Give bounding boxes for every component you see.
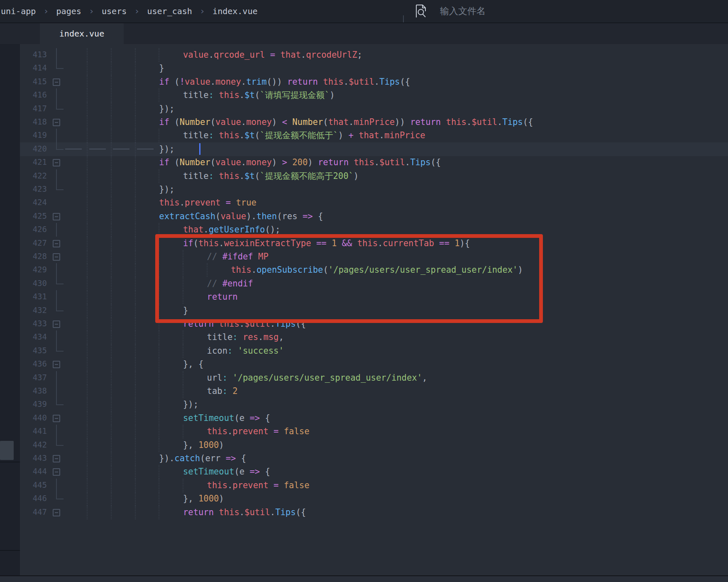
breadcrumb-item[interactable]: index.vue: [213, 6, 257, 16]
scrollbar-thumb[interactable]: [0, 441, 14, 460]
fold-collapse-icon[interactable]: [53, 455, 60, 462]
indent-guide: [159, 438, 159, 452]
code-text: if (Number(value.money) < Number(that.mi…: [159, 116, 533, 129]
fold-guide-line: [56, 290, 57, 304]
indent-guide: [135, 61, 136, 75]
code-line-418[interactable]: 418if (Number(value.money) < Number(that…: [0, 115, 728, 129]
fold-collapse-icon[interactable]: [53, 240, 60, 247]
tab-label: index.vue: [59, 29, 104, 39]
code-line-438[interactable]: 438tab: 2: [0, 384, 728, 398]
code-line-440[interactable]: 440setTimeout(e => {: [0, 411, 728, 425]
fold-guide-line: [56, 492, 57, 499]
code-line-424[interactable]: 424this.prevent = true: [0, 196, 728, 210]
code-line-421[interactable]: 421if (Number(value.money) > 200) return…: [0, 156, 728, 169]
fold-end-tick: [56, 109, 64, 110]
indent-guide: [87, 479, 88, 492]
indent-guide: [135, 277, 136, 291]
indent-guide: [159, 129, 159, 142]
indent-guide: [135, 142, 136, 156]
code-line-423[interactable]: 423});: [0, 183, 728, 196]
code-line-422[interactable]: 422title: this.$t(`提现金额不能高于200`): [0, 169, 728, 183]
code-line-425[interactable]: 425extractCash(value).then(res => {: [0, 210, 728, 223]
fold-collapse-icon[interactable]: [53, 320, 60, 328]
code-line-445[interactable]: 445this.prevent = false: [0, 479, 728, 492]
fold-guide-line: [56, 183, 57, 190]
code-line-435[interactable]: 435icon: 'success': [0, 344, 728, 358]
fold-end-tick: [56, 311, 64, 311]
indent-guide: [111, 277, 112, 291]
code-text: });: [159, 183, 174, 196]
indent-guide: [135, 371, 136, 385]
indent-guide: [87, 357, 88, 371]
code-line-415[interactable]: 415if (!value.money.trim()) return this.…: [0, 75, 728, 89]
indent-guide: [87, 263, 88, 277]
code-line-446[interactable]: 446}, 1000): [0, 492, 728, 506]
code-line-439[interactable]: 439});: [0, 398, 728, 411]
fold-collapse-icon[interactable]: [53, 78, 60, 86]
indent-guide: [135, 102, 136, 116]
indent-guide: [135, 290, 136, 304]
indent-guide: [111, 156, 112, 169]
code-editor[interactable]: 413value.qrcode_url = that.qrcodeUrlZ;41…: [0, 44, 728, 575]
indent-guide: [87, 75, 88, 89]
fold-guide-line: [56, 438, 57, 445]
code-line-417[interactable]: 417});: [0, 102, 728, 116]
code-line-413[interactable]: 413value.qrcode_url = that.qrcodeUrlZ;: [0, 48, 728, 62]
code-line-419[interactable]: 419title: this.$t(`提现金额不能低于`) + that.min…: [0, 129, 728, 142]
code-line-437[interactable]: 437url: '/pages/users/user_spread_user/i…: [0, 371, 728, 385]
code-line-414[interactable]: 414}: [0, 61, 728, 75]
code-line-443[interactable]: 443}).catch(err => {: [0, 452, 728, 465]
file-search[interactable]: 输入文件名: [415, 0, 486, 22]
code-text: icon: 'success': [207, 345, 284, 357]
indent-guide: [183, 425, 183, 438]
indent-guide: [87, 384, 88, 398]
fold-collapse-icon[interactable]: [53, 159, 60, 166]
fold-collapse-icon[interactable]: [53, 213, 60, 220]
fold-guide-line: [56, 344, 57, 351]
indent-guide: [111, 142, 112, 156]
breadcrumb-item[interactable]: uni-app: [1, 6, 36, 16]
indent-guide: [135, 384, 136, 398]
breadcrumb-item[interactable]: users: [102, 6, 127, 16]
code-line-444[interactable]: 444setTimeout(e => {: [0, 465, 728, 479]
fold-end-tick: [56, 149, 64, 150]
fold-collapse-icon[interactable]: [53, 361, 60, 368]
indent-guide: [87, 196, 88, 210]
fold-end-tick: [56, 189, 64, 190]
code-text: }: [159, 62, 164, 75]
fold-collapse-icon[interactable]: [53, 415, 60, 422]
breadcrumb-item[interactable]: pages: [56, 6, 81, 16]
minus-glyph: [55, 257, 58, 257]
indent-guide: [87, 183, 88, 196]
fold-collapse-icon[interactable]: [53, 253, 60, 261]
code-text: setTimeout(e => {: [183, 412, 270, 425]
fold-collapse-icon[interactable]: [53, 468, 60, 476]
indent-guide: [183, 344, 183, 358]
code-line-441[interactable]: 441this.prevent = false: [0, 425, 728, 438]
tab-whitespace-mark: [65, 149, 82, 149]
search-input[interactable]: 输入文件名: [440, 5, 486, 17]
indent-guide: [87, 115, 88, 129]
indent-guide: [135, 411, 136, 425]
indent-guide: [111, 61, 112, 75]
code-line-447[interactable]: 447return this.$util.Tips({: [0, 506, 728, 519]
minus-glyph: [55, 418, 58, 419]
tab-index-vue[interactable]: index.vue: [40, 23, 124, 44]
indent-guide: [159, 465, 159, 479]
code-line-442[interactable]: 442}, 1000): [0, 438, 728, 452]
fold-collapse-icon[interactable]: [53, 509, 60, 516]
code-line-416[interactable]: 416title: this.$t(`请填写提现金额`): [0, 88, 728, 102]
breadcrumb-item[interactable]: user_cash: [147, 6, 192, 16]
code-line-436[interactable]: 436}, {: [0, 357, 728, 371]
indent-guide: [135, 250, 136, 264]
code-text: title: res.msg,: [207, 331, 284, 344]
code-line-434[interactable]: 434title: res.msg,: [0, 330, 728, 344]
fold-collapse-icon[interactable]: [53, 119, 60, 126]
code-line-420[interactable]: 420});: [0, 142, 728, 156]
indent-guide: [159, 88, 159, 102]
indent-guide: [135, 330, 136, 344]
fold-guide-line: [56, 48, 57, 62]
indent-guide: [135, 304, 136, 318]
minus-glyph: [55, 122, 58, 123]
indent-guide: [135, 344, 136, 358]
